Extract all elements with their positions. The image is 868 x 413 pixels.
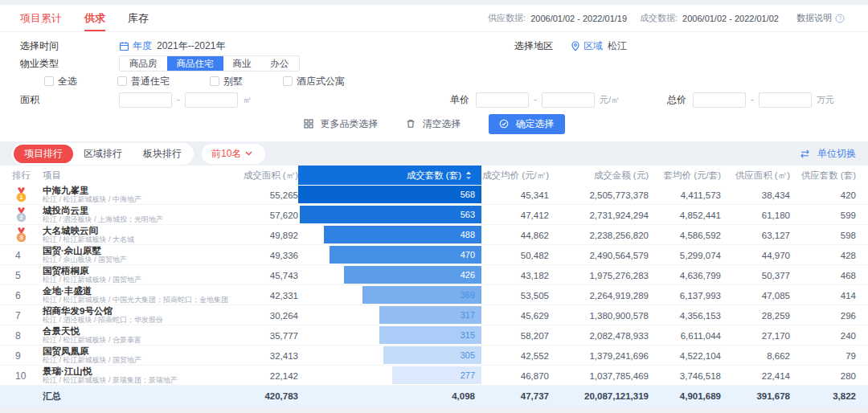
- col-project: 项目: [43, 170, 235, 182]
- supply-area-cell: 50,377: [721, 271, 790, 280]
- supply-units-cell: 296: [790, 311, 856, 321]
- deal-units-bar-cell: 470: [298, 245, 481, 265]
- project-location-path: 松江 / 泗泾板块 / 上海城投；光明地产: [43, 215, 235, 224]
- total-price-label: 总价: [667, 93, 686, 107]
- col-deal-amount: 成交金额 (元): [549, 170, 649, 182]
- deal-avg-price-cell: 45,341: [481, 190, 549, 200]
- rank-cell: 9: [12, 350, 43, 362]
- clear-selection-button[interactable]: 清空选择: [406, 117, 461, 131]
- property-option-commercial-housing[interactable]: 商品房: [120, 56, 167, 71]
- project-name[interactable]: 招商华发9号公馆: [43, 306, 235, 316]
- checkbox-select-all[interactable]: 全选: [44, 75, 77, 88]
- tab-region-ranking[interactable]: 区域排行: [73, 145, 133, 163]
- tab-inventory[interactable]: 库存: [128, 5, 149, 31]
- table-header: 排行 项目 成交面积 (㎡) 成交套数 (套) 成交均价 (元/㎡) 成交金额 …: [0, 166, 868, 185]
- svg-text:2: 2: [19, 214, 23, 221]
- property-option-business[interactable]: 商业: [223, 56, 261, 71]
- unit-price-label: 单价: [450, 93, 469, 107]
- data-note-link[interactable]: 数据说明 ?: [796, 12, 848, 24]
- more-category-button[interactable]: 更多品类选择: [304, 117, 379, 131]
- deal-units-bar: 568: [298, 186, 481, 203]
- summary-row: 汇总 420,783 4,098 47,737 20,087,121,319 4…: [0, 386, 868, 407]
- deal-area-cell: 30,264: [235, 311, 298, 321]
- rank-cell: 6: [12, 290, 43, 301]
- tab-block-ranking[interactable]: 板块排行: [133, 145, 192, 163]
- confirm-selection-button[interactable]: 确定选择: [489, 114, 565, 134]
- region-type-select[interactable]: 区域: [583, 39, 603, 53]
- region-value[interactable]: 松江: [608, 39, 627, 53]
- total-price-max-input[interactable]: [759, 92, 812, 108]
- unit-avg-price-cell: 4,586,592: [649, 231, 721, 240]
- deal-amount-cell: 1,380,900,578: [549, 311, 649, 321]
- project-location-path: 松江 / 松江新城板块 / 大名城: [43, 235, 235, 244]
- time-range-value[interactable]: 2021年--2021年: [157, 39, 225, 53]
- sub-type-checkboxes: 全选 普通住宅 别墅 酒店式公寓: [44, 73, 848, 89]
- checkbox-serviced-apartment[interactable]: 酒店式公寓: [283, 75, 345, 88]
- project-location-path: 松江 / 松江新城板块 / 国贸地产: [43, 356, 235, 365]
- checkbox-ordinary-residence[interactable]: 普通住宅: [117, 75, 170, 88]
- trash-icon: [406, 119, 416, 129]
- top-n-dropdown[interactable]: 前10名: [202, 144, 265, 164]
- deal-units-bar-cell: 315: [298, 325, 481, 346]
- ranking-tab-group: 项目排行 区域排行 板块排行: [12, 143, 194, 165]
- calendar-icon: [119, 41, 129, 51]
- deal-data-label: 成交数据:: [640, 12, 678, 24]
- unit-avg-price-cell: 6,611,044: [649, 331, 721, 341]
- summary-label: 汇总: [43, 391, 235, 403]
- deal-area-cell: 49,336: [235, 251, 298, 260]
- col-deal-units-sort[interactable]: 成交套数 (套): [298, 166, 481, 185]
- property-option-residential[interactable]: 商品住宅: [167, 56, 223, 71]
- deal-amount-cell: 2,490,564,579: [549, 251, 649, 260]
- unit-avg-price-cell: 3,746,518: [649, 371, 721, 381]
- deal-amount-cell: 2,505,773,378: [549, 190, 649, 200]
- deal-units-bar: 563: [300, 206, 481, 223]
- col-supply-units: 供应套数 (套): [790, 170, 856, 182]
- project-location-path: 松江 / 松江新城板块 / 国贸地产: [43, 276, 235, 284]
- deal-avg-price-cell: 58,207: [481, 331, 549, 341]
- time-type-select[interactable]: 年度: [133, 39, 152, 53]
- supply-data-range: 2006/01/02 - 2022/01/19: [530, 14, 627, 23]
- project-name[interactable]: 金地·丰盛道: [43, 286, 235, 296]
- table-row: 7 招商华发9号公馆 松江 / 泗泾板块 / 招商蛇口；华发股份 30,264 …: [0, 305, 868, 325]
- total-price-min-input[interactable]: [693, 92, 746, 108]
- table-row: 5 国贸梧桐原 松江 / 松江新城板块 / 国贸地产 45,743 426 43…: [0, 265, 868, 285]
- supply-units-cell: 428: [790, 251, 856, 260]
- project-name[interactable]: 国贸梧桐原: [43, 266, 235, 276]
- project-name[interactable]: 国贸凤凰原: [43, 346, 235, 356]
- unit-price-max-input[interactable]: [542, 92, 595, 108]
- unit-price-min-input[interactable]: [476, 92, 529, 108]
- project-location-path: 松江 / 松江新城板块 / 中海地产: [43, 195, 235, 204]
- project-name[interactable]: 城投尚云里: [43, 206, 235, 215]
- footer: 统计明细共11条数据 导出: [0, 407, 868, 413]
- tab-project-total[interactable]: 项目累计: [20, 5, 62, 31]
- project-cell: 中海九峯里 松江 / 松江新城板块 / 中海地产: [43, 186, 235, 204]
- unit-avg-price-cell: 4,411,573: [649, 190, 721, 200]
- project-name[interactable]: 中海九峯里: [43, 186, 235, 195]
- area-label: 面积: [20, 93, 113, 107]
- project-name[interactable]: 景瑞·江山悦: [43, 366, 235, 376]
- col-deal-area: 成交面积 (㎡): [235, 170, 298, 182]
- col-rank: 排行: [12, 170, 43, 182]
- supply-area-cell: 22,414: [721, 371, 790, 381]
- col-deal-avg-price: 成交均价 (元/㎡): [481, 170, 549, 182]
- project-location-path: 松江 / 松江新城板块 / 景瑞集团；景瑞地产: [43, 376, 235, 385]
- checkbox-villa[interactable]: 别墅: [210, 75, 243, 88]
- supply-area-cell: 8,662: [721, 351, 790, 361]
- property-option-office[interactable]: 办公: [261, 56, 299, 71]
- total-price-range-filter: 总价 - 万元: [667, 92, 834, 108]
- deal-avg-price-cell: 45,629: [481, 311, 549, 321]
- supply-units-cell: 79: [790, 351, 856, 361]
- tab-project-ranking[interactable]: 项目排行: [14, 145, 73, 163]
- project-name[interactable]: 国贸·佘山原墅: [43, 246, 235, 256]
- deal-avg-price-cell: 44,862: [481, 231, 549, 240]
- area-min-input[interactable]: [119, 92, 172, 108]
- project-name[interactable]: 合景天悦: [43, 326, 235, 336]
- area-max-input[interactable]: [185, 92, 238, 108]
- tab-supply-demand[interactable]: 供求: [84, 5, 105, 31]
- project-location-path: 松江 / 松江新城板块 / 中国光大集团；招商蛇口；金地集团: [43, 296, 235, 305]
- checkbox-icon: [283, 76, 293, 86]
- deal-area-cell: 49,892: [235, 231, 298, 240]
- unit-switch-button[interactable]: 单位切换: [800, 147, 856, 161]
- total-price-unit: 万元: [817, 94, 834, 106]
- project-name[interactable]: 大名城映云间: [43, 226, 235, 235]
